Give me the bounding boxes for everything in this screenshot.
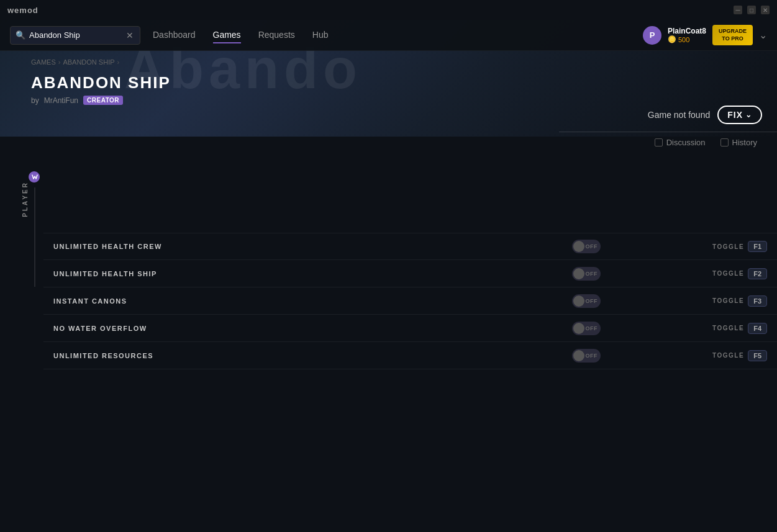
history-label: History bbox=[732, 138, 757, 147]
topnav: 🔍 ✕ Dashboard Games Requests Hub P Plain… bbox=[0, 20, 777, 51]
player-label: PLAYER bbox=[22, 181, 29, 217]
tab-history[interactable]: History bbox=[720, 138, 757, 147]
search-input[interactable] bbox=[29, 30, 122, 40]
toggle-label-1: OFF bbox=[586, 271, 598, 277]
search-icon: 🔍 bbox=[16, 30, 25, 40]
cheat-row-unlimited-health-crew: UNLIMITED HEALTH CREW OFF TOGGLE F1 bbox=[43, 233, 777, 260]
cheats-table: UNLIMITED HEALTH CREW OFF TOGGLE F1 UNLI… bbox=[43, 233, 777, 369]
upgrade-button[interactable]: UPGRADE TO PRO bbox=[712, 25, 753, 45]
cheat-action-2: TOGGLE F3 bbox=[712, 295, 767, 307]
coins-value: 500 bbox=[678, 36, 689, 43]
toggle-text-1: TOGGLE bbox=[712, 270, 744, 277]
toggle-switch-0[interactable]: OFF bbox=[572, 240, 601, 253]
content-area: GAMES › ABANDON SHIP › ABANDON SHIP by M… bbox=[0, 51, 777, 369]
breadcrumb-sep1: › bbox=[58, 58, 61, 66]
status-divider bbox=[559, 132, 777, 132]
fix-label: FIX bbox=[727, 110, 743, 120]
toggle-switch-3[interactable]: OFF bbox=[572, 322, 601, 335]
clear-search-button[interactable]: ✕ bbox=[126, 31, 134, 40]
toggle-text-2: TOGGLE bbox=[712, 297, 744, 304]
by-label: by bbox=[31, 96, 39, 105]
toggle-knob-0 bbox=[573, 241, 584, 252]
toggle-label-4: OFF bbox=[586, 353, 598, 359]
status-bar: Game not found FIX ⌄ bbox=[0, 106, 777, 124]
toggle-label-2: OFF bbox=[586, 298, 598, 304]
cheat-name-1: UNLIMITED HEALTH SHIP bbox=[53, 270, 572, 277]
nav-right: P PlainCoat8 🪙 500 UPGRADE TO PRO ⌄ bbox=[643, 25, 767, 45]
nav-dashboard[interactable]: Dashboard bbox=[153, 27, 196, 43]
window-controls: ─ □ ✕ bbox=[734, 6, 770, 14]
cheat-action-3: TOGGLE F4 bbox=[712, 323, 767, 334]
toggle-knob-4 bbox=[573, 350, 584, 361]
cheat-row-unlimited-health-ship: UNLIMITED HEALTH SHIP OFF TOGGLE F2 bbox=[43, 260, 777, 287]
breadcrumb: GAMES › ABANDON SHIP › bbox=[0, 51, 777, 71]
cheat-row-instant-canons: INSTANT CANONS OFF TOGGLE F3 bbox=[43, 287, 777, 315]
breadcrumb-games[interactable]: GAMES bbox=[31, 58, 56, 66]
game-by: by MrAntiFun CREATOR bbox=[31, 96, 746, 105]
cheat-name-2: INSTANT CANONS bbox=[53, 297, 572, 305]
nav-games[interactable]: Games bbox=[213, 27, 241, 43]
user-info: PlainCoat8 🪙 500 bbox=[668, 27, 706, 43]
tabs-row: Discussion History bbox=[635, 138, 777, 147]
search-box[interactable]: 🔍 ✕ bbox=[10, 26, 140, 45]
cheat-action-0: TOGGLE F1 bbox=[712, 241, 767, 252]
app-logo: wemod bbox=[7, 6, 39, 15]
game-not-found-text: Game not found bbox=[648, 110, 710, 120]
toggle-text-0: TOGGLE bbox=[712, 243, 744, 250]
cheat-name-0: UNLIMITED HEALTH CREW bbox=[53, 243, 572, 250]
titlebar: wemod ─ □ ✕ bbox=[0, 0, 777, 20]
breadcrumb-game[interactable]: ABANDON SHIP bbox=[63, 58, 114, 66]
fix-chevron-icon: ⌄ bbox=[745, 110, 752, 119]
toggle-switch-4[interactable]: OFF bbox=[572, 349, 601, 363]
key-badge-2: F3 bbox=[748, 295, 767, 307]
nav-requests[interactable]: Requests bbox=[258, 27, 295, 43]
toggle-label-0: OFF bbox=[586, 243, 598, 250]
cheat-name-4: UNLIMITED RESOURCES bbox=[53, 352, 572, 359]
upgrade-line2: TO PRO bbox=[719, 35, 747, 43]
key-badge-3: F4 bbox=[748, 323, 767, 334]
cheat-action-1: TOGGLE F2 bbox=[712, 268, 767, 279]
avatar: P bbox=[643, 26, 661, 45]
wemod-sidebar-icon bbox=[27, 170, 41, 184]
maximize-button[interactable]: □ bbox=[747, 6, 756, 14]
tab-discussion[interactable]: Discussion bbox=[655, 138, 706, 147]
toggle-switch-1[interactable]: OFF bbox=[572, 267, 601, 281]
key-badge-4: F5 bbox=[748, 350, 767, 361]
coin-icon: 🪙 bbox=[668, 35, 676, 43]
cheat-row-unlimited-resources: UNLIMITED RESOURCES OFF TOGGLE F5 bbox=[43, 342, 777, 369]
cheat-name-3: NO WATER OVERFLOW bbox=[53, 325, 572, 332]
toggle-knob-3 bbox=[573, 323, 584, 334]
history-checkbox[interactable] bbox=[720, 138, 729, 147]
cheat-row-no-water-overflow: NO WATER OVERFLOW OFF TOGGLE F4 bbox=[43, 315, 777, 342]
nav-links: Dashboard Games Requests Hub bbox=[153, 27, 643, 43]
fix-button[interactable]: FIX ⌄ bbox=[717, 106, 762, 124]
close-button[interactable]: ✕ bbox=[761, 6, 770, 14]
key-badge-1: F2 bbox=[748, 268, 767, 279]
toggle-text-4: TOGGLE bbox=[712, 352, 744, 359]
discussion-label: Discussion bbox=[666, 138, 706, 147]
upgrade-line1: UPGRADE bbox=[719, 28, 747, 35]
user-menu-chevron[interactable]: ⌄ bbox=[759, 29, 767, 41]
username: PlainCoat8 bbox=[668, 27, 706, 35]
breadcrumb-sep2: › bbox=[117, 58, 120, 66]
creator-badge: CREATOR bbox=[83, 96, 123, 105]
minimize-button[interactable]: ─ bbox=[734, 6, 742, 14]
toggle-text-3: TOGGLE bbox=[712, 325, 744, 331]
author-name: MrAntiFun bbox=[44, 96, 78, 105]
coins-display: 🪙 500 bbox=[668, 35, 689, 43]
vertical-divider bbox=[34, 187, 35, 287]
cheat-action-4: TOGGLE F5 bbox=[712, 350, 767, 361]
nav-hub[interactable]: Hub bbox=[312, 27, 329, 43]
toggle-switch-2[interactable]: OFF bbox=[572, 294, 601, 308]
key-badge-0: F1 bbox=[748, 241, 767, 252]
discussion-checkbox[interactable] bbox=[655, 138, 663, 147]
toggle-knob-1 bbox=[573, 268, 584, 279]
toggle-knob-2 bbox=[573, 295, 584, 307]
game-title: ABANDON SHIP bbox=[31, 73, 746, 92]
toggle-label-3: OFF bbox=[586, 325, 598, 331]
